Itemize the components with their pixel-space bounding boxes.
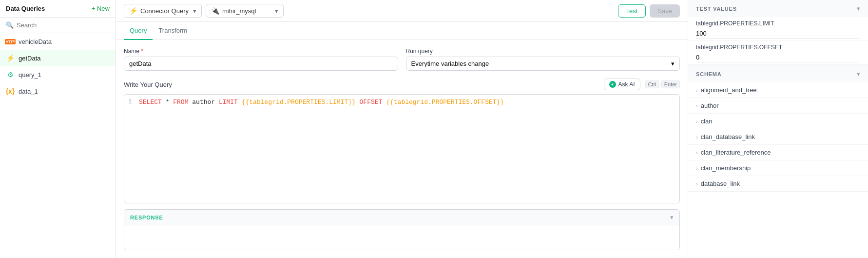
test-value-input-limit[interactable]	[696, 29, 860, 39]
schema-item-database-link[interactable]: › database_link	[688, 176, 868, 192]
schema-chevron-right-icon: ›	[696, 181, 698, 187]
tab-query[interactable]: Query	[124, 22, 153, 40]
ai-icon: ✦	[609, 81, 616, 88]
db-chevron-icon: ▾	[275, 7, 278, 15]
schema-item-alignment-and-tree[interactable]: › alignment_and_tree	[688, 82, 868, 98]
response-header[interactable]: RESPONSE ▾	[124, 210, 679, 225]
response-section: RESPONSE ▾	[124, 209, 680, 250]
topbar: ⚡ Connector Query ▾ 🔌 mihir_mysql ▾ Test…	[116, 0, 688, 22]
test-value-item-limit: tablegrid.PROPERTIES.LIMIT	[688, 17, 868, 41]
sidebar-item-vehicledata[interactable]: HTTP vehicleData	[0, 33, 116, 50]
var-limit: {{tablegrid.PROPERTIES.LIMIT}}	[242, 99, 356, 106]
response-body	[124, 225, 679, 250]
sidebar-title: Data Queries	[6, 5, 45, 12]
new-button[interactable]: + New	[92, 5, 110, 12]
sidebar-item-label: data_1	[19, 88, 38, 95]
search-input[interactable]	[17, 21, 110, 29]
ask-ai-button[interactable]: ✦ Ask AI	[604, 79, 640, 90]
search-bar: 🔍	[0, 18, 116, 33]
sidebar-items: HTTP vehicleData ⚡ getData ⚙ query_1 {x}…	[0, 33, 116, 258]
save-button[interactable]: Save	[650, 4, 680, 18]
line-number: 1	[128, 99, 135, 199]
test-value-input-offset[interactable]	[696, 53, 860, 62]
connector-chevron-icon: ▾	[193, 7, 196, 15]
schema-items: › alignment_and_tree › author › clan › c…	[688, 82, 868, 192]
shortcut-ctrl: Ctrl	[645, 80, 659, 88]
test-button[interactable]: Test	[618, 4, 646, 18]
run-query-value: Everytime variables change	[411, 60, 489, 67]
code-editor[interactable]: 1 SELECT * FROM author LIMIT {{tablegrid…	[124, 94, 680, 203]
connector-dropdown[interactable]: ⚡ Connector Query ▾	[124, 4, 202, 18]
keyword-offset: OFFSET	[360, 99, 383, 106]
schema-item-clan-membership[interactable]: › clan_membership	[688, 160, 868, 176]
run-query-dropdown[interactable]: Everytime variables change ▾	[406, 57, 680, 71]
schema-chevron-right-icon: ›	[696, 150, 698, 156]
plug-icon: ⚡	[6, 54, 15, 62]
schema-item-clan[interactable]: › clan	[688, 114, 868, 129]
schema-chevron-right-icon: ›	[696, 134, 698, 140]
sidebar-header: Data Queries + New	[0, 0, 116, 18]
query-panel: Name * Run query Everytime variables cha…	[116, 40, 688, 258]
var-offset: {{tablegrid.PROPERTIES.OFFSET}}	[386, 99, 504, 106]
schema-item-clan-database-link[interactable]: › clan_database_link	[688, 129, 868, 145]
form-row: Name * Run query Everytime variables cha…	[124, 48, 680, 71]
sidebar: Data Queries + New 🔍 HTTP vehicleData ⚡ …	[0, 0, 116, 258]
http-icon: HTTP	[6, 37, 15, 46]
gear-icon: ⚙	[6, 70, 15, 79]
schema-chevron-icon: ▾	[857, 70, 860, 78]
test-values-header[interactable]: TEST VALUES ▾	[688, 0, 868, 17]
curly-icon: {x}	[6, 87, 15, 96]
main-content: ⚡ Connector Query ▾ 🔌 mihir_mysql ▾ Test…	[116, 0, 688, 258]
schema-item-author[interactable]: › author	[688, 98, 868, 114]
response-chevron-icon: ▾	[670, 214, 674, 221]
schema-item-label: clan_database_link	[701, 133, 755, 140]
topbar-right: Test Save	[618, 4, 680, 18]
connector-icon: ⚡	[129, 7, 137, 15]
sidebar-item-label: getData	[19, 55, 41, 62]
schema-chevron-right-icon: ›	[696, 103, 698, 109]
db-icon: 🔌	[211, 7, 219, 15]
db-dropdown[interactable]: 🔌 mihir_mysql ▾	[206, 4, 284, 18]
name-input[interactable]	[124, 57, 398, 71]
schema-title: SCHEMA	[696, 71, 721, 77]
schema-header[interactable]: SCHEMA ▾	[688, 65, 868, 82]
response-label: RESPONSE	[130, 215, 163, 220]
name-group: Name *	[124, 48, 398, 71]
test-values-section: TEST VALUES ▾ tablegrid.PROPERTIES.LIMIT…	[688, 0, 868, 65]
sidebar-item-data1[interactable]: {x} data_1	[0, 83, 116, 99]
schema-chevron-right-icon: ›	[696, 165, 698, 171]
sidebar-item-getdata[interactable]: ⚡ getData	[0, 50, 116, 66]
test-value-item-offset: tablegrid.PROPERTIES.OFFSET	[688, 41, 868, 65]
search-icon: 🔍	[6, 21, 14, 29]
keyword-limit: LIMIT	[219, 99, 238, 106]
run-query-chevron-icon: ▾	[671, 60, 675, 67]
shortcut-hint: Ctrl Enter	[645, 80, 680, 88]
write-query-header: Write Your Query ✦ Ask AI Ctrl Enter	[124, 79, 680, 90]
sidebar-item-label: vehicleData	[19, 38, 52, 45]
test-value-key-offset: tablegrid.PROPERTIES.OFFSET	[696, 44, 860, 51]
run-group: Run query Everytime variables change ▾	[406, 48, 680, 71]
db-label: mihir_mysql	[222, 7, 256, 15]
keyword-select: SELECT	[139, 99, 162, 106]
tab-transform[interactable]: Transform	[153, 22, 193, 40]
schema-item-label: database_link	[701, 180, 740, 187]
code-line: SELECT * FROM author LIMIT {{tablegrid.P…	[139, 99, 675, 199]
connector-label: Connector Query	[140, 7, 189, 15]
schema-item-label: author	[701, 102, 719, 109]
code-table: author	[192, 99, 219, 106]
run-query-label: Run query	[406, 48, 680, 55]
schema-chevron-right-icon: ›	[696, 119, 698, 124]
test-value-key-limit: tablegrid.PROPERTIES.LIMIT	[696, 20, 860, 27]
test-values-chevron-icon: ▾	[857, 5, 860, 12]
keyword-from: FROM	[173, 99, 188, 106]
schema-item-label: clan	[701, 118, 713, 125]
schema-section: SCHEMA ▾ › alignment_and_tree › author ›…	[688, 65, 868, 192]
schema-item-clan-literature-reference[interactable]: › clan_literature_reference	[688, 145, 868, 160]
right-panel: TEST VALUES ▾ tablegrid.PROPERTIES.LIMIT…	[688, 0, 868, 258]
topbar-left: ⚡ Connector Query ▾ 🔌 mihir_mysql ▾	[124, 4, 284, 18]
test-values-title: TEST VALUES	[696, 6, 737, 12]
schema-item-label: clan_literature_reference	[701, 149, 771, 156]
schema-item-label: clan_membership	[701, 164, 751, 172]
sidebar-item-label: query_1	[19, 71, 41, 79]
sidebar-item-query1[interactable]: ⚙ query_1	[0, 66, 116, 83]
